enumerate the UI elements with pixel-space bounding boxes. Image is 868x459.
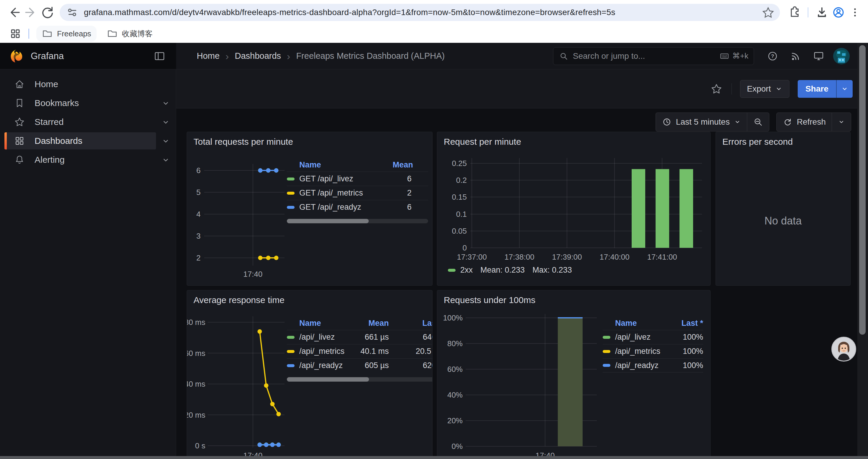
panel-total-requests: Total requests per minute 6543217:40 Nam…	[187, 132, 433, 286]
sidebar-item-label: Home	[35, 79, 58, 89]
forward-icon[interactable]	[23, 4, 39, 21]
sidebar-item-dashboards[interactable]: Dashboards	[0, 131, 176, 150]
series-name: GET /api/_readyz	[299, 203, 361, 212]
bookmark-folder-freeleaps[interactable]: Freeleaps	[36, 26, 97, 42]
site-info-icon[interactable]	[66, 6, 79, 19]
legend-row[interactable]: /api/_readyz605 µs620	[287, 358, 433, 372]
bookmark-star-icon[interactable]	[762, 6, 775, 19]
browser-menu-icon[interactable]	[847, 4, 863, 21]
breadcrumb-home[interactable]: Home	[197, 51, 219, 61]
share-dropdown-button[interactable]	[836, 80, 852, 98]
share-button[interactable]: Share	[798, 80, 836, 98]
chevron-down-icon[interactable]	[161, 137, 170, 145]
series-color-pill	[287, 364, 294, 367]
grafana-brand-area: Grafana	[0, 43, 176, 69]
export-button[interactable]: Export	[740, 80, 789, 98]
series-name: GET /api/_metrics	[299, 189, 363, 198]
legend-column-header[interactable]: Name	[603, 319, 668, 328]
apps-grid-icon[interactable]	[9, 27, 22, 40]
svg-text:40 ms: 40 ms	[187, 380, 205, 388]
address-bar[interactable]: grafana.mathmast.com/d/deytv4rwavabkb/fr…	[60, 4, 780, 21]
search-input[interactable]: Search or jump to... ⌘+k	[553, 47, 754, 65]
svg-text:6: 6	[196, 166, 200, 175]
clock-icon	[662, 117, 672, 127]
sidebar-item-bookmarks[interactable]: Bookmarks	[0, 94, 176, 112]
horizontal-scrollbar[interactable]	[0, 456, 868, 459]
svg-text:?: ?	[771, 54, 774, 59]
legend-row[interactable]: 2xx Mean: 0.233 Max: 0.233	[448, 266, 572, 275]
sidebar-item-alerting[interactable]: Alerting	[0, 150, 176, 169]
bookmark-folder-blogs[interactable]: 收藏博客	[101, 26, 158, 42]
series-mean: Mean: 0.233	[480, 266, 525, 275]
dock-menu-icon[interactable]	[153, 50, 166, 63]
sidebar-item-label: Dashboards	[35, 136, 83, 146]
vertical-scrollbar[interactable]	[857, 43, 868, 459]
search-placeholder: Search or jump to...	[573, 52, 719, 61]
series-name: /api/_metrics	[299, 347, 344, 356]
legend-row[interactable]: /api/_metrics40.1 ms20.5 r	[287, 344, 433, 358]
sidebar-item-label: Bookmarks	[35, 98, 79, 108]
panel-avg-response-time: Average response time 80 ms60 ms40 ms20 …	[187, 290, 433, 459]
time-range-picker[interactable]: Last 5 minutes	[656, 113, 747, 131]
request-per-minute-chart: 0.250.20.150.10.05017:37:0017:38:0017:39…	[437, 150, 711, 286]
monitor-icon[interactable]	[812, 49, 826, 63]
refresh-group: Refresh	[776, 112, 851, 131]
zoom-out-button[interactable]	[747, 113, 769, 131]
bookmarks-separator	[28, 29, 29, 39]
legend-row[interactable]: GET /api/_livez6	[287, 172, 428, 186]
download-icon[interactable]	[814, 4, 830, 21]
panel-errors-per-second: Errors per second No data	[716, 132, 850, 286]
vertical-scrollbar-thumb[interactable]	[859, 45, 866, 335]
extensions-icon[interactable]	[786, 4, 802, 21]
svg-text:0.25: 0.25	[452, 159, 467, 168]
svg-text:40%: 40%	[447, 391, 463, 399]
help-icon[interactable]: ?	[766, 49, 779, 63]
legend-row[interactable]: /api/_livez661 µs646	[287, 330, 433, 344]
legend-column-header[interactable]: Name	[287, 160, 393, 169]
user-avatar[interactable]	[833, 48, 850, 64]
legend-row[interactable]: /api/_readyz100%	[603, 358, 703, 372]
legend-table: NameLast */api/_livez100%/api/_metrics10…	[603, 316, 703, 372]
series-color-pill	[603, 350, 610, 353]
back-icon[interactable]	[6, 4, 23, 21]
url-text[interactable]: grafana.mathmast.com/d/deytv4rwavabkb/fr…	[84, 8, 762, 17]
favorite-star-icon[interactable]	[710, 82, 723, 96]
chevron-down-icon[interactable]	[161, 99, 170, 108]
legend-column-header[interactable]: Las	[398, 319, 433, 328]
legend-row[interactable]: GET /api/_readyz6	[287, 200, 428, 214]
legend-row[interactable]: /api/_livez100%	[603, 330, 703, 344]
sidebar-item-home[interactable]: Home	[0, 75, 176, 94]
panel-title[interactable]: Errors per second	[716, 132, 850, 152]
series-name: /api/_livez	[299, 333, 335, 342]
legend-column-header[interactable]: Mean	[353, 319, 398, 328]
panel-title[interactable]: Requests under 100ms	[437, 290, 710, 310]
panel-title[interactable]: Request per minute	[437, 132, 710, 152]
svg-text:17:38:00: 17:38:00	[504, 253, 534, 261]
assistant-avatar[interactable]	[831, 337, 856, 362]
legend-scrollbar[interactable]	[287, 377, 433, 382]
chevron-down-icon[interactable]	[161, 118, 170, 127]
bookmark-icon	[14, 97, 26, 109]
news-rss-icon[interactable]	[789, 49, 802, 63]
chevron-down-icon[interactable]	[161, 156, 170, 165]
legend-column-header[interactable]: Last *	[668, 319, 703, 328]
refresh-button[interactable]: Refresh	[777, 113, 832, 131]
legend-row[interactable]: GET /api/_metrics2	[287, 186, 428, 200]
grafana-logo	[8, 48, 24, 64]
sidebar-item-label: Starred	[35, 117, 64, 127]
panel-title[interactable]: Total requests per minute	[187, 132, 432, 152]
refresh-interval-dropdown[interactable]	[832, 113, 851, 131]
grafana-header: Grafana Home › Dashboards › Freeleaps Me…	[0, 43, 868, 69]
legend-column-header[interactable]: Mean	[393, 160, 428, 169]
breadcrumb-chevron-icon: ›	[287, 51, 290, 61]
legend-scrollbar[interactable]	[287, 219, 428, 223]
sidebar-item-starred[interactable]: Starred	[0, 112, 176, 131]
svg-text:0 s: 0 s	[195, 441, 205, 450]
reload-icon[interactable]	[39, 4, 56, 21]
panel-title[interactable]: Average response time	[187, 290, 432, 310]
breadcrumb-current: Freeleaps Metrics Dashboard (ALPHA)	[296, 51, 445, 61]
legend-row[interactable]: /api/_metrics100%	[603, 344, 703, 358]
breadcrumb-dashboards[interactable]: Dashboards	[235, 51, 281, 61]
legend-column-header[interactable]: Name	[287, 319, 353, 328]
profile-icon[interactable]	[830, 4, 847, 21]
